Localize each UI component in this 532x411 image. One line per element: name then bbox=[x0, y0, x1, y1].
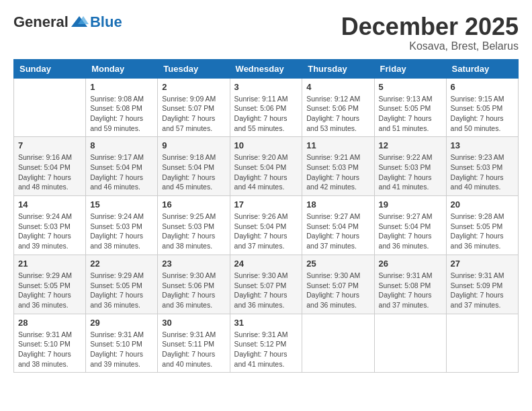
month-title: December 2025 bbox=[341, 13, 519, 40]
day-info: Sunrise: 9:15 AM Sunset: 5:05 PM Dayligh… bbox=[451, 94, 514, 134]
calendar-cell: 25Sunrise: 9:30 AM Sunset: 5:07 PM Dayli… bbox=[302, 255, 374, 314]
calendar-cell: 18Sunrise: 9:27 AM Sunset: 5:04 PM Dayli… bbox=[302, 196, 374, 255]
page-header: General Blue December 2025 Kosava, Brest… bbox=[13, 13, 519, 52]
day-number: 14 bbox=[18, 199, 81, 210]
calendar-cell: 14Sunrise: 9:24 AM Sunset: 5:03 PM Dayli… bbox=[14, 196, 86, 255]
day-number: 31 bbox=[234, 318, 298, 328]
day-number: 10 bbox=[234, 140, 298, 150]
calendar-cell: 30Sunrise: 9:31 AM Sunset: 5:11 PM Dayli… bbox=[158, 314, 230, 373]
calendar-table: SundayMondayTuesdayWednesdayThursdayFrid… bbox=[13, 59, 519, 373]
logo: General Blue bbox=[13, 13, 122, 31]
calendar-cell: 29Sunrise: 9:31 AM Sunset: 5:10 PM Dayli… bbox=[86, 314, 158, 373]
weekday-header-tuesday: Tuesday bbox=[158, 59, 230, 78]
weekday-header-friday: Friday bbox=[374, 59, 446, 78]
day-number: 3 bbox=[234, 82, 298, 92]
calendar-cell: 17Sunrise: 9:26 AM Sunset: 5:04 PM Dayli… bbox=[230, 196, 302, 255]
calendar-cell: 2Sunrise: 9:09 AM Sunset: 5:07 PM Daylig… bbox=[158, 78, 230, 137]
day-number: 8 bbox=[90, 140, 153, 150]
day-info: Sunrise: 9:31 AM Sunset: 5:08 PM Dayligh… bbox=[379, 271, 442, 310]
day-number: 12 bbox=[379, 140, 442, 150]
day-info: Sunrise: 9:30 AM Sunset: 5:06 PM Dayligh… bbox=[162, 271, 225, 310]
day-number: 15 bbox=[90, 199, 153, 210]
day-info: Sunrise: 9:08 AM Sunset: 5:08 PM Dayligh… bbox=[90, 94, 153, 134]
day-number: 24 bbox=[234, 259, 298, 269]
day-info: Sunrise: 9:20 AM Sunset: 5:04 PM Dayligh… bbox=[234, 152, 298, 192]
calendar-week-row: 28Sunrise: 9:31 AM Sunset: 5:10 PM Dayli… bbox=[14, 314, 519, 373]
day-number: 28 bbox=[18, 318, 81, 328]
day-info: Sunrise: 9:29 AM Sunset: 5:05 PM Dayligh… bbox=[90, 271, 153, 310]
weekday-header-monday: Monday bbox=[86, 59, 158, 78]
calendar-cell: 23Sunrise: 9:30 AM Sunset: 5:06 PM Dayli… bbox=[158, 255, 230, 314]
day-number: 27 bbox=[451, 259, 514, 269]
calendar-cell: 11Sunrise: 9:21 AM Sunset: 5:03 PM Dayli… bbox=[302, 137, 374, 196]
day-number: 16 bbox=[162, 199, 225, 210]
calendar-cell: 16Sunrise: 9:25 AM Sunset: 5:03 PM Dayli… bbox=[158, 196, 230, 255]
day-number: 7 bbox=[18, 140, 81, 150]
calendar-cell bbox=[374, 314, 446, 373]
day-info: Sunrise: 9:21 AM Sunset: 5:03 PM Dayligh… bbox=[306, 152, 369, 192]
calendar-header-row: SundayMondayTuesdayWednesdayThursdayFrid… bbox=[14, 59, 519, 78]
day-info: Sunrise: 9:30 AM Sunset: 5:07 PM Dayligh… bbox=[234, 271, 298, 310]
day-info: Sunrise: 9:27 AM Sunset: 5:04 PM Dayligh… bbox=[379, 212, 442, 251]
calendar-cell: 24Sunrise: 9:30 AM Sunset: 5:07 PM Dayli… bbox=[230, 255, 302, 314]
calendar-cell: 5Sunrise: 9:13 AM Sunset: 5:05 PM Daylig… bbox=[374, 78, 446, 137]
calendar-cell: 27Sunrise: 9:31 AM Sunset: 5:09 PM Dayli… bbox=[446, 255, 518, 314]
day-number: 30 bbox=[162, 318, 225, 328]
calendar-cell: 13Sunrise: 9:23 AM Sunset: 5:03 PM Dayli… bbox=[446, 137, 518, 196]
day-number: 4 bbox=[306, 82, 369, 92]
logo-blue-text: Blue bbox=[90, 13, 122, 31]
logo-general-text: General bbox=[13, 13, 69, 31]
day-number: 29 bbox=[90, 318, 153, 328]
day-info: Sunrise: 9:27 AM Sunset: 5:04 PM Dayligh… bbox=[306, 212, 369, 251]
day-number: 21 bbox=[18, 259, 81, 269]
calendar-week-row: 7Sunrise: 9:16 AM Sunset: 5:04 PM Daylig… bbox=[14, 137, 519, 196]
day-info: Sunrise: 9:25 AM Sunset: 5:03 PM Dayligh… bbox=[162, 212, 225, 251]
calendar-cell bbox=[14, 78, 86, 137]
calendar-week-row: 1Sunrise: 9:08 AM Sunset: 5:08 PM Daylig… bbox=[14, 78, 519, 137]
calendar-cell: 6Sunrise: 9:15 AM Sunset: 5:05 PM Daylig… bbox=[446, 78, 518, 137]
day-info: Sunrise: 9:17 AM Sunset: 5:04 PM Dayligh… bbox=[90, 152, 153, 192]
day-info: Sunrise: 9:28 AM Sunset: 5:05 PM Dayligh… bbox=[451, 212, 514, 251]
day-number: 6 bbox=[451, 82, 514, 92]
calendar-cell: 1Sunrise: 9:08 AM Sunset: 5:08 PM Daylig… bbox=[86, 78, 158, 137]
calendar-cell: 12Sunrise: 9:22 AM Sunset: 5:03 PM Dayli… bbox=[374, 137, 446, 196]
day-info: Sunrise: 9:22 AM Sunset: 5:03 PM Dayligh… bbox=[379, 152, 442, 192]
calendar-cell: 31Sunrise: 9:31 AM Sunset: 5:12 PM Dayli… bbox=[230, 314, 302, 373]
calendar-cell: 9Sunrise: 9:18 AM Sunset: 5:04 PM Daylig… bbox=[158, 137, 230, 196]
day-info: Sunrise: 9:24 AM Sunset: 5:03 PM Dayligh… bbox=[90, 212, 153, 251]
day-info: Sunrise: 9:29 AM Sunset: 5:05 PM Dayligh… bbox=[18, 271, 81, 310]
calendar-cell: 15Sunrise: 9:24 AM Sunset: 5:03 PM Dayli… bbox=[86, 196, 158, 255]
calendar-cell: 10Sunrise: 9:20 AM Sunset: 5:04 PM Dayli… bbox=[230, 137, 302, 196]
calendar-week-row: 21Sunrise: 9:29 AM Sunset: 5:05 PM Dayli… bbox=[14, 255, 519, 314]
day-number: 2 bbox=[162, 82, 225, 92]
day-number: 19 bbox=[379, 199, 442, 210]
day-info: Sunrise: 9:23 AM Sunset: 5:03 PM Dayligh… bbox=[451, 152, 514, 192]
day-number: 25 bbox=[306, 259, 369, 269]
calendar-cell: 3Sunrise: 9:11 AM Sunset: 5:06 PM Daylig… bbox=[230, 78, 302, 137]
day-info: Sunrise: 9:31 AM Sunset: 5:11 PM Dayligh… bbox=[162, 330, 225, 369]
day-info: Sunrise: 9:16 AM Sunset: 5:04 PM Dayligh… bbox=[18, 152, 81, 192]
day-number: 1 bbox=[90, 82, 153, 92]
day-number: 22 bbox=[90, 259, 153, 269]
day-number: 23 bbox=[162, 259, 225, 269]
day-info: Sunrise: 9:31 AM Sunset: 5:10 PM Dayligh… bbox=[90, 330, 153, 369]
day-number: 9 bbox=[162, 140, 225, 150]
day-info: Sunrise: 9:31 AM Sunset: 5:12 PM Dayligh… bbox=[234, 330, 298, 369]
day-info: Sunrise: 9:13 AM Sunset: 5:05 PM Dayligh… bbox=[379, 94, 442, 134]
day-info: Sunrise: 9:11 AM Sunset: 5:06 PM Dayligh… bbox=[234, 94, 298, 134]
day-number: 20 bbox=[451, 199, 514, 210]
day-info: Sunrise: 9:31 AM Sunset: 5:09 PM Dayligh… bbox=[451, 271, 514, 310]
calendar-cell: 20Sunrise: 9:28 AM Sunset: 5:05 PM Dayli… bbox=[446, 196, 518, 255]
calendar-cell: 22Sunrise: 9:29 AM Sunset: 5:05 PM Dayli… bbox=[86, 255, 158, 314]
calendar-cell: 7Sunrise: 9:16 AM Sunset: 5:04 PM Daylig… bbox=[14, 137, 86, 196]
calendar-cell: 21Sunrise: 9:29 AM Sunset: 5:05 PM Dayli… bbox=[14, 255, 86, 314]
calendar-cell bbox=[446, 314, 518, 373]
calendar-cell: 19Sunrise: 9:27 AM Sunset: 5:04 PM Dayli… bbox=[374, 196, 446, 255]
weekday-header-thursday: Thursday bbox=[302, 59, 374, 78]
day-info: Sunrise: 9:09 AM Sunset: 5:07 PM Dayligh… bbox=[162, 94, 225, 134]
day-info: Sunrise: 9:31 AM Sunset: 5:10 PM Dayligh… bbox=[18, 330, 81, 369]
calendar-cell bbox=[302, 314, 374, 373]
calendar-cell: 28Sunrise: 9:31 AM Sunset: 5:10 PM Dayli… bbox=[14, 314, 86, 373]
day-number: 18 bbox=[306, 199, 369, 210]
title-block: December 2025 Kosava, Brest, Belarus bbox=[341, 13, 519, 52]
